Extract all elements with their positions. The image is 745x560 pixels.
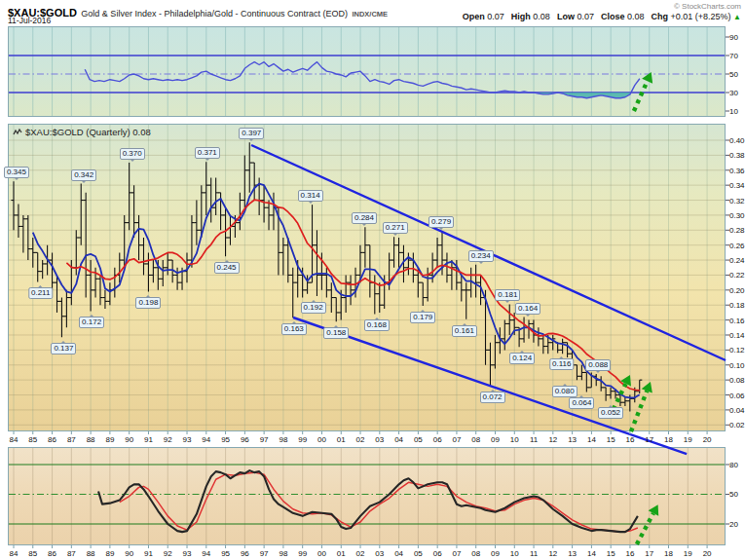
x-axis-year-label: 97 [260, 435, 269, 444]
x-axis-year-label: 05 [414, 549, 423, 558]
x-axis-year-label: 93 [183, 435, 192, 444]
x-axis-year-label: 07 [452, 435, 461, 444]
x-axis-year-label: 85 [28, 435, 37, 444]
price-callout: 0.163 [281, 323, 307, 335]
x-axis-year-label: 94 [202, 549, 210, 558]
price-callout: 0.052 [598, 407, 623, 419]
x-axis-year-label: 11 [530, 549, 538, 558]
x-axis-year-label: 09 [491, 549, 500, 558]
x-axis-year-label: 86 [48, 435, 56, 444]
price-callout: 0.168 [364, 319, 390, 331]
x-axis-year-label: 11 [530, 435, 538, 444]
x-axis-year-label: 14 [587, 435, 596, 444]
price-callout: 0.314 [298, 190, 323, 202]
x-axis-year-label: 00 [317, 549, 326, 558]
price-callout: 0.124 [509, 353, 535, 364]
price-callout: 0.279 [428, 216, 454, 228]
x-axis-year-label: 95 [221, 435, 230, 444]
price-y-label: 0.24 [729, 256, 745, 265]
price-y-label: 0.28 [729, 226, 745, 235]
price-callout: 0.072 [480, 392, 505, 403]
price-y-label: 0.34 [729, 181, 745, 190]
green-arrow-top [634, 81, 648, 111]
x-axis-year-label: 92 [164, 549, 172, 558]
x-axis-year-label: 08 [471, 435, 480, 444]
x-axis-year-label: 18 [664, 549, 673, 558]
bottom-panel-group [9, 447, 725, 545]
x-axis-year-label: 15 [607, 435, 615, 444]
x-axis-year-label: 01 [337, 435, 346, 444]
x-axis-year-label: 07 [452, 549, 461, 558]
x-axis-year-label: 87 [67, 435, 76, 444]
x-axis-year-label: 87 [67, 549, 76, 558]
price-callout: 0.181 [495, 289, 520, 301]
x-axis-year-label: 19 [684, 549, 692, 558]
price-callout: 0.234 [468, 250, 494, 262]
price-y-label: 0.06 [729, 392, 745, 400]
x-axis-year-label: 10 [510, 549, 519, 558]
x-axis-year-label: 99 [298, 549, 307, 558]
x-axis-year-label: 93 [183, 549, 192, 558]
price-y-label: 0.16 [729, 317, 745, 325]
x-axis-year-label: 91 [144, 435, 153, 444]
x-axis-year-label: 88 [87, 549, 95, 558]
x-axis-year-label: 90 [125, 549, 133, 558]
x-axis-year-label: 12 [548, 549, 557, 558]
x-axis-year-label: 99 [298, 435, 307, 444]
x-axis-year-label: 04 [394, 549, 403, 558]
x-axis-year-label: 84 [10, 435, 19, 444]
x-axis-year-label: 15 [607, 549, 615, 558]
price-y-label: 0.04 [729, 406, 745, 415]
price-callout: 0.179 [410, 312, 435, 323]
price-callout: 0.371 [195, 147, 220, 159]
price-callout: 0.080 [552, 386, 577, 397]
x-axis-year-label: 19 [684, 435, 692, 444]
price-y-label: 0.14 [729, 331, 745, 340]
x-axis-year-label: 84 [10, 549, 19, 558]
price-y-label: 0.22 [729, 271, 745, 280]
price-panel-legend: $XAU:$GOLD (Quarterly) 0.08 [13, 127, 151, 137]
x-axis-year-label: 90 [125, 435, 133, 444]
x-axis-year-label: 94 [202, 435, 210, 444]
price-y-label: 0.36 [729, 167, 745, 175]
price-y-label: 0.10 [729, 361, 745, 370]
stochastic-black-line [98, 470, 638, 532]
x-axis-year-label: 96 [241, 549, 249, 558]
bottom-panel-y-label: 80 [729, 461, 738, 469]
x-axis-year-label: 01 [337, 549, 346, 558]
main-panel-group [9, 124, 725, 431]
x-axis-year-label: 96 [241, 435, 249, 444]
price-y-label: 0.18 [729, 301, 745, 310]
x-axis-year-label: 08 [471, 549, 480, 558]
chart-canvas [0, 0, 745, 560]
x-axis-year-label: 92 [164, 435, 172, 444]
price-callout: 0.158 [323, 327, 349, 339]
price-callout: 0.370 [120, 148, 145, 160]
price-callout: 0.116 [549, 358, 574, 370]
top-panel-y-label: 10 [729, 107, 738, 116]
x-axis-year-label: 85 [28, 549, 37, 558]
x-axis-year-label: 06 [433, 549, 442, 558]
price-y-label: 0.02 [729, 421, 745, 429]
x-axis-year-label: 13 [568, 549, 577, 558]
x-axis-year-label: 89 [105, 549, 114, 558]
price-callout: 0.161 [452, 325, 477, 337]
chart-type-icon [13, 128, 22, 137]
x-axis-year-label: 17 [645, 549, 653, 558]
x-axis-year-label: 10 [510, 435, 519, 444]
x-axis-year-label: 14 [587, 549, 596, 558]
x-axis-year-label: 91 [144, 549, 153, 558]
x-axis-year-label: 88 [87, 435, 95, 444]
price-callout: 0.198 [135, 297, 161, 309]
price-callout: 0.088 [585, 359, 611, 371]
stockcharts-chart: $XAU:$GOLD Gold & Silver Index - Philade… [0, 0, 745, 560]
x-axis-year-label: 86 [48, 549, 56, 558]
x-axis-year-label: 17 [645, 435, 653, 444]
green-arrow-bottom [637, 513, 653, 544]
x-axis-year-label: 03 [375, 549, 384, 558]
top-panel-y-label: 30 [729, 89, 738, 97]
x-axis-year-label: 02 [356, 549, 365, 558]
x-axis-year-label: 13 [568, 435, 577, 444]
x-axis-year-label: 00 [317, 435, 326, 444]
price-y-label: 0.12 [729, 346, 745, 355]
